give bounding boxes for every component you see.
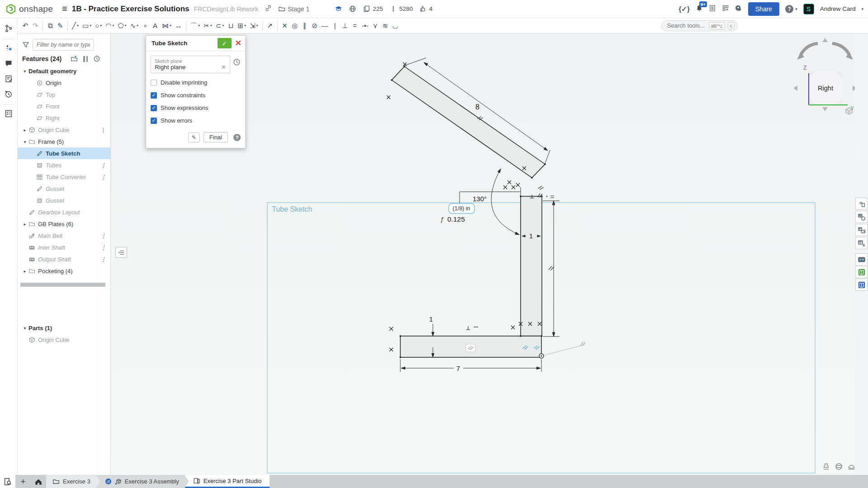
constraint-midpoint-icon[interactable]: -•- [360,20,370,32]
tree-item-default-geometry[interactable]: ▾Default geometry [18,65,110,77]
checkbox-icon[interactable] [151,92,157,99]
right-panel-tablefx-button[interactable] [855,237,868,249]
checkbox-disable-imprinting[interactable]: Disable imprinting [151,79,241,86]
share-button[interactable]: Share [748,2,779,16]
constraint-parallel-icon[interactable]: ∥ [300,20,310,32]
learning-center-icon[interactable] [735,5,742,14]
sketch-origin-icon[interactable] [539,354,544,358]
expander-icon[interactable]: ▾ [21,69,28,74]
item-menu-icon[interactable]: ⋮ [99,174,108,180]
tree-item-gusset[interactable]: Gusset [18,194,110,206]
avatar[interactable]: S [803,4,814,14]
slot-tool-icon[interactable]: ⊔ [226,20,236,32]
stat-pole[interactable]: 5280 [389,5,413,13]
undo-icon[interactable]: ↶ [20,20,30,32]
tab-exercise-3[interactable]: Exercise 3 [46,475,100,488]
cancel-x-button[interactable]: ✕ [235,38,242,48]
dimension-angle-130[interactable] [460,169,521,235]
tree-item-tube-sketch[interactable]: Tube Sketch [18,147,110,159]
arc-tool-icon[interactable]: ◠▾ [104,20,116,32]
offset-tool-icon[interactable]: ⊂▾ [214,20,226,32]
feature-state-clock-icon[interactable] [233,58,241,68]
stat-thumb[interactable]: 4 [419,5,433,13]
constraint-concentric-icon[interactable]: ◎ [290,20,300,32]
expander-icon[interactable]: ▸ [21,128,28,133]
dim-text-h1[interactable]: 1 [429,315,433,323]
panel-checklist-button[interactable] [2,107,15,120]
trim-tool-icon[interactable]: ✂▾ [202,20,214,32]
constraint-pierce-icon[interactable]: ◡ [390,20,400,32]
measure-tool-icon[interactable]: ↗ [265,20,275,32]
onshape-logo-icon[interactable] [5,4,16,14]
stat-globe[interactable] [349,5,356,13]
constraint-symmetric-icon[interactable]: ⋎ [370,20,380,32]
dim-text-7[interactable]: 7 [456,365,460,372]
right-panel-greenbook-button[interactable] [855,266,868,278]
panel-notes-button[interactable] [2,72,15,85]
tree-item-gb-plates-6-[interactable]: ▸GB Plates (6) [18,218,110,230]
constraint-equal-icon[interactable]: = [350,20,360,32]
checkbox-icon[interactable] [151,118,157,124]
dropdown-caret-icon[interactable]: ▾ [210,24,212,28]
tasks-icon[interactable] [709,5,716,14]
search-tools-input[interactable] [667,22,706,29]
tree-item-frame-5-[interactable]: ▾Frame (5) [18,136,110,147]
right-panel-tablebrace-button[interactable] [855,224,868,236]
expander-icon[interactable]: ▾ [21,326,28,331]
tree-item-right[interactable]: Right [18,112,110,124]
tab-exercise-3-assembly[interactable]: ↺Exercise 3 Assembly [96,475,189,488]
right-panel-robotpanel-button[interactable] [855,253,868,265]
view-cube-face-label[interactable]: Right [818,85,833,92]
featurescript-icon[interactable]: {✓} [679,5,690,13]
construction-line[interactable] [541,345,585,356]
help-menu[interactable]: ? ▾ [785,5,797,13]
final-button[interactable]: Final [204,132,228,142]
panel-scrollbar[interactable] [20,283,105,287]
expander-icon[interactable]: ▾ [21,139,28,144]
panel-versions-button[interactable] [2,22,15,35]
use-project-icon[interactable]: ⧉ [45,20,55,32]
panel-comment-button[interactable] [2,57,15,70]
dropdown-caret-icon[interactable]: ▾ [112,24,114,28]
dim-text-8[interactable]: 8 [475,103,479,111]
item-menu-icon[interactable]: ⋮ [99,256,108,263]
pattern-tool-icon[interactable]: ⊞▾ [236,20,248,32]
constraint-curvature-icon[interactable]: ≋ [380,20,390,32]
constraint-coincident-icon[interactable]: ✕ [280,20,290,32]
tree-item-pocketing-4-[interactable]: ▸Pocketing (4) [18,265,110,277]
dropdown-caret-icon[interactable]: ▾ [77,24,79,28]
tree-item-tubes[interactable]: Tubes⋮ [18,159,110,171]
fillet-tool-icon[interactable]: ⌒▾ [189,20,202,32]
sketch-plane-value[interactable]: Right plane [155,64,221,71]
dropdown-caret-icon[interactable]: ▾ [222,24,224,28]
rectangle-tool-icon[interactable]: ▭▾ [81,20,93,32]
redo-icon[interactable]: ↷ [30,20,40,32]
user-chevron-down-icon[interactable]: ▾ [861,7,863,11]
right-panel-appearance-button[interactable] [855,198,868,210]
sketch-settings-icon[interactable]: ✎ [55,20,65,32]
item-menu-icon[interactable]: ⋮ [99,232,108,239]
sketch-plane-field[interactable]: Sketch plane Right plane ✕ [151,56,230,73]
feature-filter-input[interactable] [33,39,94,51]
app-store-icon[interactable] [722,5,729,14]
document-title[interactable]: 1B - Practice Exercise Solutions [72,5,190,14]
suppress-pause-icon[interactable] [83,56,88,62]
history-clock-icon[interactable] [93,55,100,62]
help-icon[interactable]: ? [785,5,793,13]
item-menu-icon[interactable]: ⋮ [99,127,108,133]
accept-check-button[interactable]: ✓ [218,38,232,48]
dimension-tool-icon[interactable]: ↔ [173,20,184,32]
line-tool-icon[interactable]: ╱▾ [70,20,81,32]
tree-item-gearbox-layout[interactable]: Gearbox Layout [18,206,110,218]
user-name[interactable]: Andrew Card [820,5,856,12]
constraint-perpendicular-icon[interactable]: ⊥ [340,20,350,32]
dim-text-130[interactable]: 130° [473,195,487,203]
view-cube[interactable]: Right Z Y [791,36,855,116]
tree-item-main-belt[interactable]: Main Belt⋮ [18,230,110,242]
constraint-horizontal-icon[interactable]: — [320,20,330,32]
tree-item-origin-cube[interactable]: Origin Cube [18,334,110,346]
rotate-up-icon[interactable] [822,38,828,42]
copy-link-icon[interactable] [265,5,272,14]
tree-item-tube-converter[interactable]: Tube Converter⋮ [18,171,110,183]
right-panel-tablecube-button[interactable] [855,211,868,223]
